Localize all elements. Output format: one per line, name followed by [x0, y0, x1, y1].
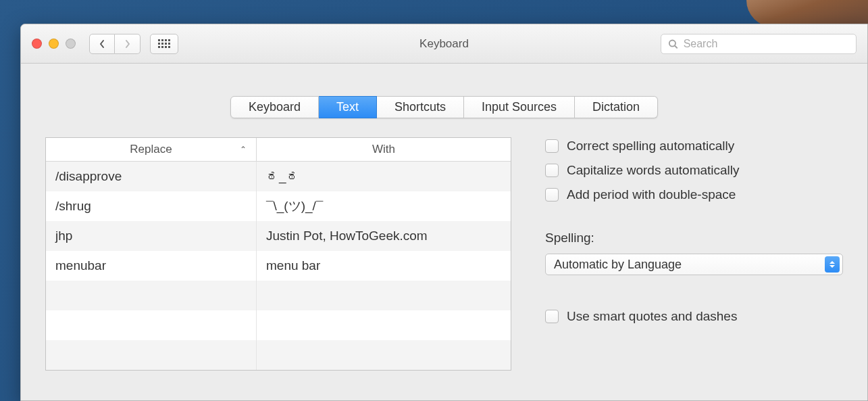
cell-with: Justin Pot, HowToGeek.com [257, 221, 511, 251]
titlebar: Keyboard [21, 24, 867, 64]
content-area: Replace ⌃ With /disapprove ಠ_ಠ /shrug ¯\… [21, 137, 867, 371]
option-correct-spelling[interactable]: Correct spelling automatically [545, 139, 843, 154]
column-header-with-label: With [372, 143, 395, 156]
tab-shortcuts[interactable]: Shortcuts [377, 96, 464, 118]
table-body: /disapprove ಠ_ಠ /shrug ¯\_(ツ)_/¯ jhp Jus… [46, 162, 511, 370]
cell-with: ಠ_ಠ [257, 162, 511, 191]
chevron-right-icon [124, 39, 131, 49]
checkbox[interactable] [545, 139, 559, 153]
checkbox[interactable] [545, 188, 559, 202]
grid-icon [158, 39, 170, 48]
tab-keyboard[interactable]: Keyboard [230, 96, 319, 118]
back-button[interactable] [89, 34, 115, 54]
tab-dictation[interactable]: Dictation [575, 96, 658, 118]
option-capitalize-words[interactable]: Capitalize words automatically [545, 163, 843, 178]
desktop-background-rock [746, 0, 868, 27]
cell-empty [257, 281, 511, 310]
nav-buttons [89, 34, 141, 54]
cell-replace: /disapprove [46, 162, 257, 191]
cell-empty [46, 340, 257, 370]
table-row[interactable]: jhp Justin Pot, HowToGeek.com [46, 221, 511, 251]
svg-point-0 [669, 40, 675, 46]
table-row-empty[interactable] [46, 340, 511, 370]
svg-line-1 [675, 45, 678, 48]
show-all-button[interactable] [150, 34, 178, 54]
table-header: Replace ⌃ With [46, 138, 511, 162]
table-row-empty[interactable] [46, 281, 511, 310]
replacements-table: Replace ⌃ With /disapprove ಠ_ಠ /shrug ¯\… [45, 137, 511, 371]
tab-text[interactable]: Text [319, 96, 377, 118]
table-row[interactable]: /shrug ¯\_(ツ)_/¯ [46, 191, 511, 221]
cell-with: ¯\_(ツ)_/¯ [257, 191, 511, 221]
checkbox-label: Add period with double-space [567, 187, 736, 202]
cell-with: menu bar [257, 251, 511, 281]
spelling-label: Spelling: [545, 231, 843, 245]
preferences-window: Keyboard Keyboard Text Shortcuts Input S… [20, 24, 868, 401]
table-row[interactable]: /disapprove ಠ_ಠ [46, 162, 511, 191]
forward-button [115, 34, 141, 54]
traffic-lights [32, 39, 76, 49]
options-panel: Correct spelling automatically Capitaliz… [545, 137, 843, 371]
close-button[interactable] [32, 39, 42, 49]
cell-empty [257, 310, 511, 340]
checkbox[interactable] [545, 164, 559, 177]
cell-empty [257, 340, 511, 370]
segmented-tabs: Keyboard Text Shortcuts Input Sources Di… [230, 96, 658, 118]
column-header-with[interactable]: With [257, 138, 511, 161]
checkbox[interactable] [545, 310, 559, 323]
sort-indicator-icon: ⌃ [240, 145, 247, 154]
cell-empty [46, 310, 257, 340]
select-value: Automatic by Language [554, 258, 682, 272]
select-arrows-icon [825, 256, 840, 273]
cell-replace: jhp [46, 221, 257, 251]
checkbox-label: Use smart quotes and dashes [567, 309, 737, 324]
search-field[interactable] [661, 34, 857, 54]
search-icon [668, 39, 678, 49]
column-header-replace-label: Replace [130, 143, 172, 156]
tab-input-sources[interactable]: Input Sources [464, 96, 575, 118]
cell-replace: menubar [46, 251, 257, 281]
spelling-select[interactable]: Automatic by Language [545, 254, 843, 275]
table-row[interactable]: menubar menu bar [46, 251, 511, 281]
checkbox-label: Capitalize words automatically [567, 163, 740, 178]
option-smart-quotes[interactable]: Use smart quotes and dashes [545, 309, 843, 324]
cell-empty [46, 281, 257, 310]
search-input[interactable] [684, 38, 849, 50]
minimize-button[interactable] [49, 39, 59, 49]
checkbox-label: Correct spelling automatically [567, 139, 734, 154]
column-header-replace[interactable]: Replace ⌃ [46, 138, 257, 161]
option-add-period[interactable]: Add period with double-space [545, 187, 843, 202]
cell-replace: /shrug [46, 191, 257, 221]
chevron-left-icon [99, 39, 105, 49]
tabs-row: Keyboard Text Shortcuts Input Sources Di… [21, 64, 867, 137]
zoom-button [66, 39, 76, 49]
table-row-empty[interactable] [46, 310, 511, 340]
